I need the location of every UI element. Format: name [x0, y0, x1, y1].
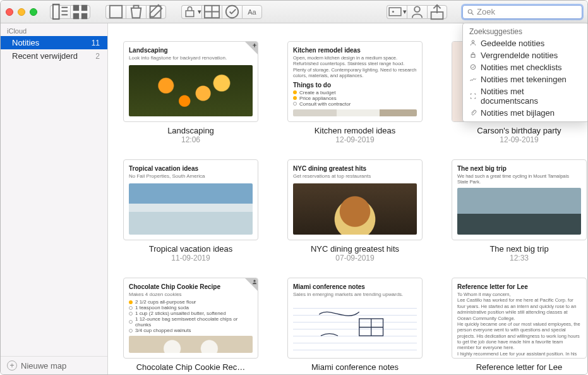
suggestion-checklist-notes[interactable]: Notities met checklists: [463, 61, 588, 73]
note-title: Tropical vacation ideas: [123, 244, 258, 254]
note-title: NYC dining greatest hits: [287, 244, 423, 254]
svg-rect-3: [61, 14, 68, 15]
suggestions-header: Zoeksuggesties: [463, 25, 588, 37]
sidebar: iCloud Notities 11 Recent verwijderd 2 +…: [1, 23, 108, 374]
thumbnail-image: [129, 183, 253, 235]
note-title: Chocolate Chip Cookie Rec…: [123, 362, 258, 372]
thumbnail-image: [129, 336, 253, 353]
sidebar-item-recently-deleted[interactable]: Recent verwijderd 2: [1, 49, 107, 63]
search-icon: [467, 8, 474, 16]
note-date: 12:33: [452, 254, 587, 262]
scribble-icon: [469, 75, 477, 83]
table-button[interactable]: [201, 5, 222, 19]
lock-icon: [469, 51, 477, 59]
sidebar-item-notes[interactable]: Notities 11: [1, 36, 107, 49]
svg-point-16: [392, 11, 394, 13]
note-card[interactable]: Reference letter for Lee To Whom it may …: [452, 278, 587, 372]
delete-button[interactable]: [126, 5, 146, 19]
format-button[interactable]: Aa: [242, 5, 262, 19]
window-controls: [6, 8, 37, 16]
suggestion-shared-notes[interactable]: Gedeelde notities: [463, 37, 588, 49]
thumbnail-image: [293, 183, 417, 235]
thumbnail-image: [293, 302, 417, 353]
search-field[interactable]: Zoek: [462, 5, 582, 19]
list-view-button[interactable]: [50, 5, 70, 19]
gallery-view-button[interactable]: [70, 5, 90, 19]
toolbar: ▾ Aa ▾ Zoek Zoeksuggesties Gedeelde noti…: [1, 1, 587, 23]
svg-rect-7: [81, 13, 87, 18]
thumbnail-image: [293, 109, 417, 117]
note-title: Carson's birthday party: [452, 126, 587, 135]
close-window-button[interactable]: [6, 8, 13, 16]
shared-icon: [244, 278, 258, 292]
plus-icon: +: [7, 360, 17, 371]
note-title: Kitchen remodel ideas: [287, 126, 423, 135]
minimize-window-button[interactable]: [18, 8, 25, 16]
people-icon: [469, 39, 477, 47]
thumbnail-image: [129, 65, 253, 116]
sidebar-account-label: iCloud: [1, 23, 107, 36]
note-date: 12:06: [123, 135, 258, 144]
new-folder-button[interactable]: + Nieuwe map: [1, 356, 107, 374]
note-card[interactable]: Landscaping Look into flagstone for back…: [123, 41, 258, 144]
suggestion-scan-notes[interactable]: Notities met documentscans: [463, 85, 588, 107]
share-button[interactable]: [427, 5, 447, 19]
svg-rect-6: [73, 13, 79, 18]
checklist-icon: [469, 63, 477, 71]
svg-point-24: [253, 280, 255, 282]
note-title: Miami conference notes: [287, 362, 423, 372]
note-card[interactable]: The next big trip We had such a great ti…: [452, 159, 587, 262]
thumbnail-image: [457, 188, 581, 235]
svg-rect-8: [110, 6, 122, 18]
paperclip-icon: [469, 109, 477, 116]
lock-button[interactable]: ▾: [181, 5, 201, 19]
collaborate-button[interactable]: [407, 5, 427, 19]
note-card[interactable]: Miami conference notes Sales in emerging…: [287, 278, 423, 372]
note-date: 12-09-2019: [287, 135, 423, 144]
note-card[interactable]: NYC dining greatest hits Get reservation…: [287, 159, 423, 262]
note-date: 12-09-2019: [452, 135, 587, 144]
svg-rect-2: [61, 11, 68, 12]
suggestion-locked-notes[interactable]: Vergrendelde notities: [463, 49, 588, 61]
attach-button[interactable]: [105, 5, 126, 19]
svg-point-23: [471, 65, 476, 70]
svg-rect-5: [81, 4, 87, 10]
svg-line-20: [472, 13, 474, 15]
note-card[interactable]: Tropical vacation ideas No Fail Properti…: [123, 159, 258, 262]
new-note-button[interactable]: [146, 5, 166, 19]
suggestion-attachment-notes[interactable]: Notities met bijlagen: [463, 107, 588, 119]
suggestion-drawing-notes[interactable]: Notities met tekeningen: [463, 73, 588, 85]
search-placeholder: Zoek: [477, 7, 495, 16]
svg-rect-4: [73, 4, 79, 10]
svg-point-21: [472, 40, 474, 43]
svg-rect-15: [389, 8, 401, 16]
svg-rect-1: [61, 7, 68, 8]
note-date: 07-09-2019: [287, 254, 423, 262]
note-card[interactable]: Chocolate Chip Cookie Recipe Makes 4 doz…: [123, 278, 258, 372]
svg-rect-10: [186, 11, 194, 16]
svg-point-17: [414, 6, 420, 12]
note-card[interactable]: Kitchen remodel ideas Open, modern kitch…: [287, 41, 423, 144]
search-suggestions-popover: Zoeksuggesties Gedeelde notities Vergren…: [462, 23, 588, 122]
pin-icon: [244, 41, 258, 55]
scan-icon: [469, 92, 477, 100]
svg-rect-22: [471, 54, 475, 58]
checklist-button[interactable]: [222, 5, 242, 19]
svg-point-19: [468, 9, 472, 13]
note-date: 11-09-2019: [123, 254, 258, 262]
note-title: Reference letter for Lee: [452, 362, 587, 372]
media-button[interactable]: ▾: [387, 5, 407, 19]
zoom-window-button[interactable]: [30, 8, 37, 16]
svg-rect-0: [53, 4, 59, 19]
note-title: Landscaping: [123, 126, 258, 135]
note-title: The next big trip: [452, 244, 587, 254]
svg-point-14: [226, 6, 238, 18]
